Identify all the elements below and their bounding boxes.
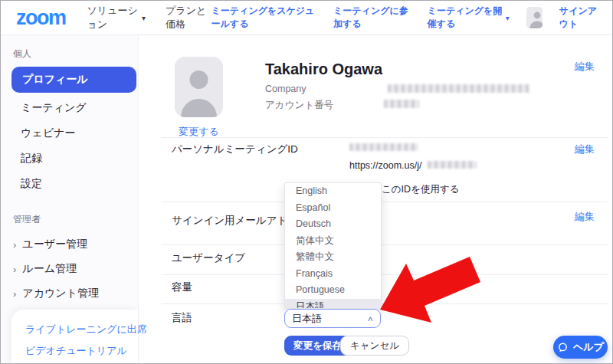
sidebar-item-room-management[interactable]: › ルーム管理	[1, 257, 138, 281]
language-option-francais[interactable]: Français	[285, 266, 381, 283]
sidebar-footer-card: ライブトレーニングに出席 ビデオチュートリアル ナレッジベース	[11, 310, 138, 364]
edit-email-link[interactable]: 編集	[575, 210, 595, 224]
account-number-redacted	[384, 100, 419, 108]
profile-content: 変更する Takahiro Ogawa Company アカウント番号 編集 パ…	[139, 35, 613, 364]
sidebar-item-profile[interactable]: プロフィール	[11, 67, 136, 93]
nav-host-meeting[interactable]: ミーティングを開催する ▾	[428, 5, 510, 31]
person-icon	[526, 7, 543, 28]
language-select[interactable]: 日本語 ∧	[284, 309, 381, 328]
edit-pmi-link[interactable]: 編集	[575, 143, 595, 156]
pmi-value-redacted	[349, 143, 418, 151]
chevron-right-icon: ›	[13, 264, 16, 274]
user-type-label: ユーザータイプ	[172, 251, 245, 265]
divider	[162, 303, 608, 304]
divider	[162, 137, 608, 138]
nav-signout[interactable]: サインアウト	[559, 5, 602, 31]
pmi-use-id-note: このIDを使用する	[382, 183, 459, 196]
nav-plans-pricing[interactable]: プランと価格	[166, 4, 211, 31]
language-selected-value: 日本語	[292, 312, 368, 326]
language-option-espanol[interactable]: Español	[285, 200, 381, 217]
divider	[162, 202, 608, 202]
cancel-button[interactable]: キャンセル	[340, 336, 409, 356]
sidebar-heading-personal: 個人	[13, 48, 138, 61]
help-button[interactable]: ヘルプ	[553, 336, 608, 359]
capacity-label: 容量	[172, 280, 192, 294]
chat-bubble-icon	[557, 342, 569, 353]
language-dropdown: English Español Deutsch 简体中文 繁體中文 França…	[284, 182, 382, 309]
person-icon	[175, 57, 223, 117]
pmi-url: https://zoom.us/j/	[349, 160, 421, 171]
sidebar-item-recordings[interactable]: 記録	[1, 146, 138, 171]
language-option-deutsch[interactable]: Deutsch	[285, 216, 381, 233]
nav-solutions[interactable]: ソリューション ▾	[87, 4, 146, 31]
nav-join-meeting[interactable]: ミーティングに参加する	[333, 5, 411, 31]
sidebar-item-webinars[interactable]: ウェビナー	[1, 121, 138, 146]
pmi-url-redacted	[428, 161, 477, 169]
profile-photo[interactable]	[175, 57, 223, 117]
language-option-traditional-chinese[interactable]: 繁體中文	[285, 249, 381, 266]
profile-name: Takahiro Ogawa	[265, 61, 382, 78]
link-attend-live-training[interactable]: ライブトレーニングに出席	[11, 319, 138, 340]
sidebar-item-meetings[interactable]: ミーティング	[1, 96, 138, 120]
sidebar-item-account-management[interactable]: › アカウント管理	[1, 281, 138, 306]
link-video-tutorials[interactable]: ビデオチュートリアル	[11, 340, 138, 362]
language-option-english[interactable]: English	[285, 183, 381, 200]
divider	[162, 274, 608, 275]
company-value-redacted	[388, 84, 529, 93]
divider	[162, 244, 608, 245]
top-navbar: zoom ソリューション ▾ プランと価格 ミーティングをスケジュールする ミー…	[1, 1, 612, 35]
edit-profile-link[interactable]: 編集	[575, 60, 595, 74]
sidebar-heading-admin: 管理者	[13, 213, 138, 226]
nav-schedule-meeting[interactable]: ミーティングをスケジュールする	[211, 5, 317, 31]
chevron-up-icon: ∧	[367, 315, 374, 323]
company-label: Company	[265, 84, 306, 94]
user-avatar[interactable]	[526, 7, 543, 28]
language-option-portuguese[interactable]: Portuguese	[285, 282, 381, 299]
language-option-japanese[interactable]: 日本語	[285, 299, 381, 310]
language-label: 言語	[172, 311, 192, 325]
chevron-down-icon: ▾	[506, 14, 510, 22]
chevron-right-icon: ›	[13, 289, 16, 299]
zoom-web-portal: zoom ソリューション ▾ プランと価格 ミーティングをスケジュールする ミー…	[0, 0, 613, 364]
sidebar-item-user-management[interactable]: › ユーザー管理	[1, 232, 138, 257]
account-number-label: アカウント番号	[265, 99, 333, 112]
sidebar: 個人 プロフィール ミーティング ウェビナー 記録 設定 管理者 › ユーザー管…	[1, 35, 139, 364]
chevron-down-icon: ▾	[142, 14, 146, 22]
chevron-right-icon: ›	[13, 240, 16, 250]
sidebar-item-settings[interactable]: 設定	[1, 172, 138, 196]
language-option-simplified-chinese[interactable]: 简体中文	[285, 233, 381, 250]
pmi-label: パーソナルミーティングID	[172, 143, 298, 156]
zoom-logo[interactable]: zoom	[16, 8, 66, 28]
